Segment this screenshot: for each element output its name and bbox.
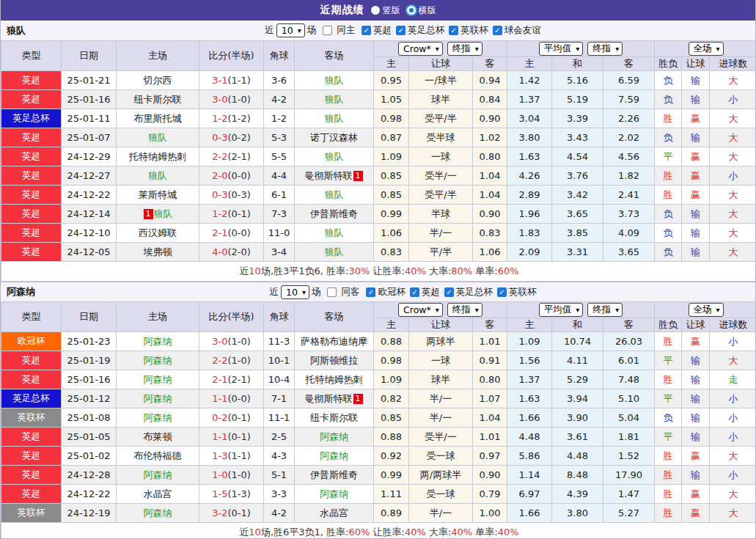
match-count-select[interactable]: 10: [276, 23, 305, 37]
average-select[interactable]: 平均值: [539, 303, 584, 317]
date-cell: 24-12-19: [62, 504, 117, 523]
summary-text-segment: 10: [249, 265, 261, 276]
layout-option-vertical[interactable]: 竖版: [371, 4, 400, 17]
league-checkbox[interactable]: [396, 26, 405, 35]
league-checkbox[interactable]: [449, 26, 458, 35]
odds-stage-select[interactable]: 终指: [447, 303, 482, 317]
same-venue-checkbox[interactable]: [327, 287, 337, 297]
table-row: 英超25-01-19阿森纳2-2(1-0)10-1阿斯顿维拉0.98一球0.91…: [1, 351, 756, 370]
odds-stage-select[interactable]: 终指: [447, 42, 482, 56]
avg-home-cell: 1.66: [507, 408, 552, 428]
corners-cell: 11-1: [264, 408, 295, 428]
odds-away-cell: 1.01: [473, 332, 507, 351]
radio-icon[interactable]: [371, 6, 380, 15]
team-cell: 莱斯特城: [117, 186, 199, 205]
date-cell: 24-12-29: [62, 147, 117, 166]
handicap-cell: 受一球: [409, 447, 473, 466]
league-checkbox[interactable]: [366, 287, 375, 297]
corners-cell: 1-2: [264, 109, 295, 128]
league-checkbox[interactable]: [362, 26, 371, 35]
score-cell: 1-3(1-1): [199, 447, 264, 466]
winlose-result-cell: 负: [655, 224, 682, 243]
col-goals: 进球数: [710, 57, 756, 71]
avg-draw-cell: 3.80: [552, 504, 603, 523]
date-cell: 24-12-27: [62, 166, 117, 186]
goals-result-cell: 大: [710, 205, 756, 224]
col-odds-away: 客: [473, 57, 507, 71]
avg-home-cell: 1.14: [507, 466, 552, 485]
odds-home-cell: 0.95: [374, 71, 409, 90]
result-group-header: 全场: [655, 302, 756, 318]
avg-away-cell: 6.01: [603, 351, 655, 370]
corners-cell: 4-4: [264, 166, 295, 186]
league-type-badge: 英超: [1, 428, 62, 447]
period-select[interactable]: 全场: [689, 42, 724, 56]
col-avg-home: 主: [507, 57, 552, 71]
col-winlose: 胜负: [655, 57, 682, 71]
league-checkbox[interactable]: [444, 287, 454, 297]
date-cell: 24-12-14: [62, 205, 117, 224]
corners-cell: 10-1: [264, 351, 295, 370]
odds-home-cell: 0.85: [374, 186, 409, 205]
average-stage-select[interactable]: 终指: [587, 42, 623, 56]
odds-home-cell: 1.09: [374, 147, 409, 166]
odds-away-cell: 0.90: [473, 109, 507, 128]
summary-text-segment: 60%: [348, 527, 370, 538]
league-checkbox[interactable]: [493, 26, 502, 35]
score-cell: 1-2(1-2): [199, 109, 264, 128]
avg-away-cell: 2.41: [603, 186, 655, 205]
handicap-cell: 半球: [409, 205, 473, 224]
goals-result-cell: 大: [710, 186, 756, 205]
summary-text-segment: 30%: [348, 265, 370, 276]
radio-checked-icon[interactable]: [407, 6, 416, 15]
team-name: 狼队: [7, 24, 26, 37]
score-cell: 3-0(1-0): [199, 90, 264, 109]
goals-result-cell: 小: [710, 466, 756, 485]
team-cell: 埃弗顿: [117, 243, 199, 262]
table-row: 英超25-01-16阿森纳2-1(2-1)10-4托特纳姆热刺1.09球半0.8…: [1, 370, 756, 389]
average-select[interactable]: 平均值: [539, 42, 584, 56]
league-type-badge: 英超: [1, 71, 62, 90]
handicap-result-cell: 赢: [682, 186, 710, 205]
league-checkbox[interactable]: [497, 287, 507, 297]
team-cell: 西汉姆联: [117, 224, 199, 243]
average-stage-select[interactable]: 终指: [587, 303, 623, 317]
bookmaker-select[interactable]: Crow*: [398, 303, 443, 317]
match-count-select[interactable]: 10: [281, 285, 309, 299]
league-checkbox[interactable]: [410, 287, 419, 297]
avg-away-cell: 3.73: [603, 205, 655, 224]
col-handicap-result: 让球: [682, 57, 710, 71]
layout-option-horizontal[interactable]: 横版: [407, 4, 436, 17]
date-cell: 25-01-16: [62, 90, 117, 109]
avg-away-cell: 1.81: [603, 428, 655, 447]
corners-cell: 4-3: [264, 447, 295, 466]
score-cell: 0-3(0-2): [199, 128, 264, 147]
team-cell: 布里斯托城: [117, 109, 199, 128]
team-cell: 切尔西: [117, 71, 199, 90]
table-row: 英超25-01-16纽卡斯尔联3-0(1-0)4-2狼队1.05球半0.841.…: [1, 90, 756, 109]
handicap-result-cell: 输: [682, 90, 710, 109]
winlose-result-cell: 负: [655, 205, 682, 224]
bookmaker-select[interactable]: Crow*: [398, 42, 443, 56]
average-group-header: 平均值 终指: [507, 41, 655, 57]
summary-row: 近10场,胜6平3负1, 胜率:60% 让胜率:40% 大率:40% 单率:40…: [1, 523, 756, 539]
red-card-badge: 1: [353, 394, 363, 404]
goals-result-cell: 小: [710, 428, 756, 447]
league-type-badge: 英超: [1, 205, 62, 224]
date-cell: 25-01-07: [62, 128, 117, 147]
same-venue-checkbox[interactable]: [323, 26, 332, 35]
goals-result-cell: 小: [710, 332, 756, 351]
odds-away-cell: 0.79: [473, 485, 507, 504]
avg-home-cell: 1.42: [507, 71, 552, 90]
matches-table: 类型 日期 主场 比分(半场) 角球 客场 Crow* 终指 平均值: [1, 40, 756, 282]
league-checkbox-label: 欧冠杯: [378, 286, 405, 298]
period-select[interactable]: 全场: [689, 303, 724, 317]
avg-draw-cell: 3.31: [552, 243, 603, 262]
team-cell: 狼队: [295, 109, 374, 128]
team-cell: 狼队: [295, 243, 374, 262]
handicap-result-cell: 输: [682, 370, 710, 389]
col-away: 客场: [295, 41, 374, 71]
odds-home-cell: 0.85: [374, 408, 409, 428]
team-cell: 狼队: [295, 186, 374, 205]
corners-cell: 7-1: [264, 389, 295, 408]
